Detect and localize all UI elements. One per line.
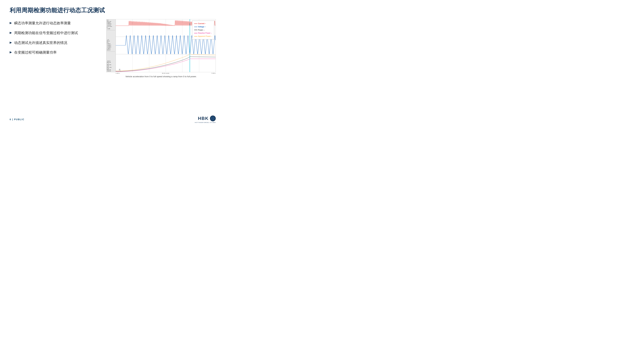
y-labels-bottom: –50.0 V 950.0 W 0 Vk 880.6 VA 0 W 640.1 … xyxy=(107,60,115,72)
bullet-arrow-2: ▶ xyxy=(10,31,12,34)
oscilloscope-chart: 2.5 234.7 μA 3.299 A 1.745 mA –33.31 A C… xyxy=(106,19,216,72)
bullet-text-1: 瞬态功率测量允许进行动态效率测量 xyxy=(14,21,71,26)
footer: 6 | PUBLIC HBK HOTTINGER BRÜEL & KJÆR xyxy=(10,115,216,123)
bullet-arrow-4: ▶ xyxy=(10,50,12,54)
bullet-item-4: ▶ 在变频过程可精确测量功率 xyxy=(10,50,100,55)
hbk-logo-text: HBK xyxy=(198,116,209,121)
y-labels-top: 2.5 234.7 μA 3.299 A 1.745 mA –33.31 A C… xyxy=(107,20,115,30)
bullet-arrow-3: ▶ xyxy=(10,41,12,44)
bullet-arrow-1: ▶ xyxy=(10,21,12,25)
legend-line-apparent xyxy=(194,36,198,36)
page-title: 利用周期检测功能进行动态工况测试 xyxy=(10,6,216,14)
legend-line-current xyxy=(194,23,198,24)
legend-apparent-power: Apparent Power – xyxy=(194,35,212,38)
x-axis-labels: 4.463 s 88.30 ms/div 5.346 s xyxy=(106,72,216,74)
hbk-logo-top: HBK xyxy=(198,115,216,121)
content-area: ▶ 瞬态功率测量允许进行动态效率测量 ▶ 周期检测功能在信号变频过程中进行测试 … xyxy=(10,19,216,78)
x-label-mid: 88.30 ms/div xyxy=(162,72,169,74)
page-number: 6 xyxy=(10,118,11,121)
legend-line-voltage xyxy=(194,27,198,27)
bullet-item-2: ▶ 周期检测功能在信号变频过程中进行测试 xyxy=(10,30,100,35)
chart-caption: Vehicle acceleration from 0 to full spee… xyxy=(126,75,196,78)
globe-svg xyxy=(210,116,215,121)
bullet-text-4: 在变频过程可精确测量功率 xyxy=(14,50,57,55)
legend-label-reactive: Reactive Power – xyxy=(198,31,212,35)
x-label-start: 4.463 s xyxy=(116,72,120,74)
chart-container: 2.5 234.7 μA 3.299 A 1.745 mA –33.31 A C… xyxy=(106,19,216,78)
footer-label: PUBLIC xyxy=(14,118,24,121)
legend-power: Power – xyxy=(194,28,212,32)
bullet-text-2: 周期检测功能在信号变频过程中进行测试 xyxy=(14,30,78,35)
legend-reactive-power: Reactive Power – xyxy=(194,31,212,35)
legend-label-voltage: Voltage – xyxy=(198,25,206,28)
legend-label-power: Power – xyxy=(198,28,204,32)
legend-label-current: Current – xyxy=(198,22,206,25)
legend-current: Current – xyxy=(194,22,212,25)
footer-page-info: 6 | PUBLIC xyxy=(10,118,24,121)
hbk-logo-group: HBK HOTTINGER BRÜEL & KJÆR xyxy=(195,115,216,123)
x-label-end: 5.346 s xyxy=(212,72,216,74)
chart-legend: Current – Voltage – Power – xyxy=(192,20,214,39)
bullet-item-3: ▶ 动态测试允许描述真实世界的情况 xyxy=(10,40,100,45)
legend-label-apparent: Apparent Power – xyxy=(198,35,212,38)
footer-separator: | xyxy=(12,118,14,121)
y-axis-labels: 2.5 234.7 μA 3.299 A 1.745 mA –33.31 A C… xyxy=(106,19,116,72)
hbk-globe-icon xyxy=(210,115,216,121)
hbk-logo-subtitle: HOTTINGER BRÜEL & KJÆR xyxy=(195,122,216,123)
legend-line-power xyxy=(194,30,198,30)
bullet-list: ▶ 瞬态功率测量允许进行动态效率测量 ▶ 周期检测功能在信号变频过程中进行测试 … xyxy=(10,19,100,55)
bullet-text-3: 动态测试允许描述真实世界的情况 xyxy=(14,40,67,45)
y-labels-mid: –2.5 50.0 V N 1 2.818 V –11.51 V –4.554 … xyxy=(107,39,115,51)
chart-plot: Current – Voltage – Power – xyxy=(116,19,216,72)
legend-line-reactive xyxy=(194,33,198,33)
legend-voltage: Voltage – xyxy=(194,25,212,28)
bullet-item-1: ▶ 瞬态功率测量允许进行动态效率测量 xyxy=(10,21,100,26)
